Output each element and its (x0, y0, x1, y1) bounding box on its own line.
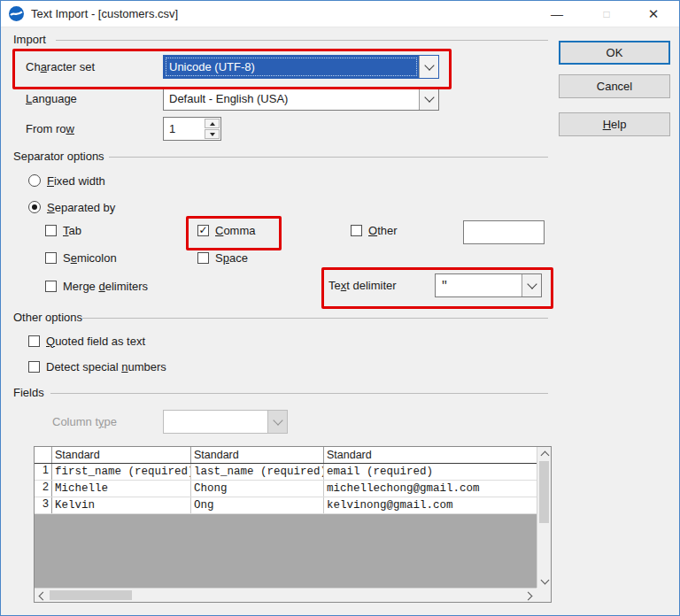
table-cell[interactable]: kelvinong@gmail.com (324, 497, 537, 513)
checkbox-icon[interactable] (45, 281, 57, 292)
vertical-scrollbar-thumb[interactable] (539, 461, 549, 523)
scroll-left-button[interactable] (35, 589, 49, 603)
spin-up-button[interactable] (205, 119, 220, 128)
minimize-icon: — (551, 7, 563, 21)
spin-down-button[interactable] (205, 129, 220, 139)
language-value: Default - English (USA) (164, 88, 419, 110)
table-cell[interactable]: last_name (required) (191, 464, 324, 480)
other-label: Other (368, 224, 398, 237)
fixed-width-label: Fixed width (47, 174, 105, 188)
from-row-label: From row (26, 117, 74, 141)
table-cell[interactable]: Chong (191, 481, 324, 497)
app-logo-icon (9, 6, 24, 21)
ok-button[interactable]: OK (559, 41, 670, 65)
text-delimiter-select[interactable]: " (435, 273, 542, 297)
radio-selected-icon[interactable] (28, 201, 41, 213)
table-cell[interactable]: Ong (191, 497, 324, 513)
scroll-right-button[interactable] (522, 589, 537, 603)
comma-label: Comma (215, 224, 256, 237)
help-button[interactable]: Help (559, 112, 670, 136)
column-header[interactable]: Standard (324, 447, 537, 463)
group-other-options-divider (82, 318, 548, 319)
chevron-left-icon (39, 591, 48, 600)
scroll-up-button[interactable] (537, 447, 552, 461)
group-separator-divider (109, 157, 548, 158)
space-checkbox[interactable]: Space (197, 250, 248, 265)
table-cell[interactable]: first_name (required) (52, 464, 191, 480)
maximize-button: □ (587, 1, 626, 27)
table-row: 2 Michelle Chong michellechong@gmail.com (35, 481, 537, 497)
checkbox-icon[interactable] (197, 252, 209, 264)
text-delimiter-value: " (436, 274, 522, 296)
scroll-down-button[interactable] (537, 574, 552, 588)
spinner-buttons (204, 118, 220, 140)
table-cell[interactable]: michellechong@gmail.com (324, 481, 537, 497)
checkbox-icon[interactable] (45, 225, 57, 236)
checkbox-checked-icon[interactable]: ✓ (197, 225, 209, 236)
chevron-down-icon (424, 92, 434, 102)
text-delimiter-dropdown-button[interactable] (522, 274, 541, 296)
group-import-label: Import (13, 33, 46, 47)
semicolon-checkbox[interactable]: Semicolon (45, 250, 117, 265)
radio-icon[interactable] (28, 174, 41, 187)
language-select[interactable]: Default - English (USA) (163, 87, 439, 111)
chevron-down-icon (424, 60, 434, 70)
column-header[interactable]: Standard (191, 447, 324, 463)
semicolon-label: Semicolon (63, 251, 117, 265)
scrollbar-corner (537, 588, 551, 602)
column-type-dropdown-button (267, 411, 287, 433)
text-delimiter-label: Text delimiter (328, 273, 397, 297)
quoted-field-checkbox[interactable]: Quoted field as text (28, 334, 145, 348)
vertical-scrollbar[interactable] (537, 447, 551, 588)
comma-checkbox[interactable]: ✓ Comma (197, 223, 256, 237)
checkbox-icon[interactable] (28, 361, 40, 373)
group-other-options-label: Other options (13, 311, 82, 325)
group-fields-label: Fields (13, 386, 44, 400)
chevron-down-icon (540, 575, 549, 584)
cancel-button[interactable]: Cancel (559, 74, 670, 98)
column-type-select (163, 410, 288, 434)
table-cell[interactable]: email (required) (324, 464, 537, 480)
preview-table: Standard Standard Standard 1 first_name … (34, 446, 552, 603)
triangle-up-icon (210, 122, 215, 126)
checkbox-icon[interactable] (45, 252, 57, 264)
chevron-right-icon (524, 591, 533, 600)
space-label: Space (215, 251, 248, 265)
other-separator-input[interactable] (463, 220, 545, 244)
character-set-label: Character set (26, 55, 95, 79)
merge-delimiters-checkbox[interactable]: Merge delimiters (45, 279, 148, 293)
table-cell[interactable]: Kelvin (52, 497, 191, 513)
other-checkbox[interactable]: Other (351, 223, 398, 237)
checkbox-icon[interactable] (28, 335, 40, 347)
checkbox-icon[interactable] (351, 225, 362, 236)
column-header[interactable]: Standard (52, 447, 191, 463)
language-dropdown-button[interactable] (419, 88, 438, 110)
close-button[interactable]: ✕ (633, 1, 674, 27)
horizontal-scrollbar-thumb[interactable] (50, 590, 132, 600)
group-separator-label: Separator options (13, 150, 104, 164)
text-import-dialog: Text Import - [customers.csv] — □ ✕ Impo… (0, 0, 680, 616)
character-set-dropdown-button[interactable] (419, 56, 438, 78)
checkmark-icon: ✓ (198, 225, 207, 235)
character-set-select[interactable]: Unicode (UTF-8) (163, 55, 439, 79)
from-row-spinner[interactable] (163, 117, 221, 141)
tab-checkbox[interactable]: Tab (45, 223, 81, 237)
titlebar: Text Import - [customers.csv] — □ ✕ (1, 1, 679, 27)
chevron-up-icon (540, 451, 549, 460)
separated-by-radio[interactable]: Separated by (28, 200, 115, 214)
tab-label: Tab (63, 224, 81, 237)
group-import-divider (56, 40, 548, 41)
table-empty-area (35, 514, 537, 588)
merge-delimiters-label: Merge delimiters (63, 280, 148, 293)
from-row-input[interactable] (164, 118, 204, 140)
header-rownum-cell (35, 447, 52, 463)
horizontal-scrollbar[interactable] (35, 588, 537, 602)
table-header-row: Standard Standard Standard (35, 447, 537, 464)
minimize-button[interactable]: — (537, 1, 576, 27)
window-title: Text Import - [customers.csv] (31, 7, 178, 20)
row-number: 3 (35, 497, 52, 513)
detect-special-numbers-checkbox[interactable]: Detect special numbers (28, 359, 166, 373)
table-cell[interactable]: Michelle (52, 481, 191, 497)
chevron-down-icon (527, 279, 537, 289)
fixed-width-radio[interactable]: Fixed width (28, 173, 105, 188)
